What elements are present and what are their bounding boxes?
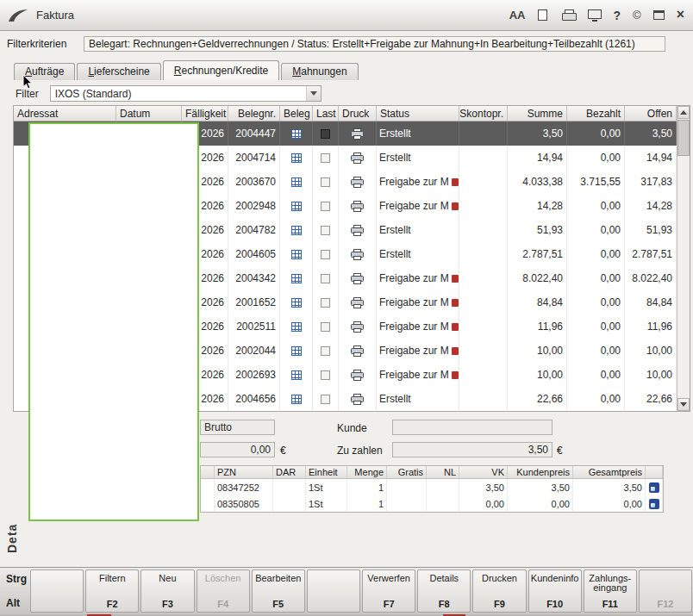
cell-last <box>313 266 339 290</box>
last-checkbox[interactable] <box>321 346 330 356</box>
cell-status: Erstellt <box>377 146 459 170</box>
document-grid-icon[interactable] <box>291 177 302 187</box>
col-header-druck[interactable]: Druck <box>339 106 377 121</box>
copyright-icon[interactable]: © <box>633 7 641 24</box>
col-header-faelligkeit[interactable]: Fälligkeit <box>182 106 228 121</box>
row-print-icon[interactable] <box>351 249 364 260</box>
cell-status: Erstellt <box>377 242 459 266</box>
details-side-tab[interactable]: Deta <box>5 524 19 553</box>
combobox-dropdown-button[interactable] <box>306 86 321 101</box>
last-checkbox[interactable] <box>321 395 330 404</box>
copy-icon[interactable] <box>538 7 550 24</box>
document-grid-icon[interactable] <box>291 226 302 235</box>
document-grid-icon[interactable] <box>291 395 302 404</box>
document-grid-icon[interactable] <box>291 153 302 163</box>
row-print-icon[interactable] <box>351 201 364 212</box>
function-key-button[interactable]: Drucken F9 <box>472 569 526 613</box>
last-checkbox[interactable] <box>321 202 330 211</box>
restore-window-icon[interactable] <box>653 7 665 24</box>
col-header-bezahlt[interactable]: Bezahlt <box>567 106 625 121</box>
col-header-beleg[interactable]: Beleg <box>280 106 313 121</box>
last-checkbox[interactable] <box>321 322 330 332</box>
item-col-einheit[interactable]: Einheit <box>306 466 347 478</box>
row-print-icon[interactable] <box>351 225 364 236</box>
item-row[interactable]: 08347252 1St 1 3,50 3,50 3,50 <box>201 479 663 495</box>
package-icon[interactable] <box>649 482 659 493</box>
filter-combobox[interactable]: IXOS (Standard) <box>50 85 322 102</box>
document-grid-icon[interactable] <box>291 298 302 308</box>
row-print-icon[interactable] <box>351 297 364 308</box>
col-header-summe[interactable]: Summe <box>508 106 567 121</box>
cell-last <box>313 121 339 146</box>
function-key-button[interactable]: Kundeninfo F10 <box>528 569 582 613</box>
item-col-vk[interactable]: VK <box>459 466 508 478</box>
print-icon[interactable] <box>562 7 576 24</box>
col-header-skontopr[interactable]: Skontopr. <box>459 106 508 121</box>
kunde-field[interactable] <box>392 420 553 435</box>
col-header-offen[interactable]: Offen <box>625 106 677 121</box>
last-checkbox[interactable] <box>321 129 330 139</box>
row-print-icon[interactable] <box>351 152 364 164</box>
scrollbar-thumb[interactable] <box>677 120 690 156</box>
row-print-icon[interactable] <box>351 177 364 188</box>
function-key-button[interactable]: Zahlungs-eingang F11 <box>584 569 637 613</box>
item-row[interactable]: 08350805 1St 1 0,00 0,00 0,00 <box>201 495 663 512</box>
function-key-button[interactable]: Filtern F2 <box>85 569 139 613</box>
brutto-select[interactable]: Brutto <box>200 420 275 435</box>
document-grid-icon[interactable] <box>291 274 302 283</box>
tab-lieferscheine[interactable]: Lieferscheine <box>77 63 160 80</box>
scrollbar-up-button[interactable] <box>677 106 690 119</box>
scrollbar-down-button[interactable] <box>677 398 690 411</box>
item-col-gratis[interactable]: Gratis <box>387 466 427 478</box>
cell-skontopr <box>459 339 508 363</box>
help-icon[interactable]: ? <box>614 7 621 24</box>
col-header-status[interactable]: Status <box>377 106 459 121</box>
close-icon[interactable]: × <box>677 6 684 23</box>
document-grid-icon[interactable] <box>291 322 302 332</box>
col-header-datum[interactable]: Datum <box>116 106 182 121</box>
cell-summe: 22,66 <box>508 387 567 411</box>
function-key-button[interactable] <box>307 569 360 613</box>
tab-mahnungen[interactable]: Mahnungen <box>281 63 358 80</box>
document-grid-icon[interactable] <box>291 370 302 380</box>
last-checkbox[interactable] <box>321 226 330 235</box>
document-grid-icon[interactable] <box>291 129 302 139</box>
item-col-dar[interactable]: DAR <box>273 466 306 478</box>
item-col-pzn[interactable]: PZN <box>215 466 273 478</box>
row-print-icon[interactable] <box>351 394 364 405</box>
last-checkbox[interactable] <box>321 298 330 308</box>
item-col-gesamtpreis[interactable]: Gesamtpreis <box>573 466 646 478</box>
last-checkbox[interactable] <box>321 177 330 187</box>
tab-rechnungen-kredite[interactable]: Rechnungen/Kredite <box>163 60 279 80</box>
function-key-button[interactable]: Neu F3 <box>140 569 194 613</box>
vertical-scrollbar[interactable] <box>677 106 690 411</box>
col-header-belegnr[interactable]: Belegnr. <box>228 106 280 121</box>
item-col-kundenpreis[interactable]: Kundenpreis <box>508 466 573 478</box>
cell-bezahlt: 0,00 <box>567 387 625 411</box>
row-print-icon[interactable] <box>351 370 364 381</box>
document-grid-icon[interactable] <box>291 250 302 259</box>
row-print-icon[interactable] <box>351 273 364 284</box>
font-size-icon[interactable]: AA <box>509 7 526 24</box>
last-checkbox[interactable] <box>321 274 330 283</box>
row-print-icon[interactable] <box>351 321 364 333</box>
function-key-button[interactable]: Verwerfen F7 <box>362 569 415 613</box>
last-checkbox[interactable] <box>321 250 330 259</box>
cell-belegnr: 2004605 <box>228 242 280 266</box>
package-icon[interactable] <box>649 499 659 509</box>
function-key-button[interactable]: Bearbeiten F5 <box>252 569 305 613</box>
item-col-menge[interactable]: Menge <box>347 466 387 478</box>
monitor-icon[interactable] <box>588 7 602 24</box>
col-header-adressat[interactable]: Adressat <box>14 106 116 121</box>
document-grid-icon[interactable] <box>291 202 302 211</box>
status-text: Freigabe zur M <box>379 296 449 308</box>
last-checkbox[interactable] <box>321 153 330 163</box>
col-header-last[interactable]: Last <box>313 106 339 121</box>
function-key-button[interactable]: Details F8 <box>417 569 471 613</box>
last-checkbox[interactable] <box>321 370 330 380</box>
row-print-icon[interactable] <box>351 128 364 140</box>
function-key-button[interactable] <box>30 569 84 613</box>
item-col-nl[interactable]: NL <box>427 466 459 478</box>
row-print-icon[interactable] <box>351 345 364 357</box>
document-grid-icon[interactable] <box>291 346 302 356</box>
